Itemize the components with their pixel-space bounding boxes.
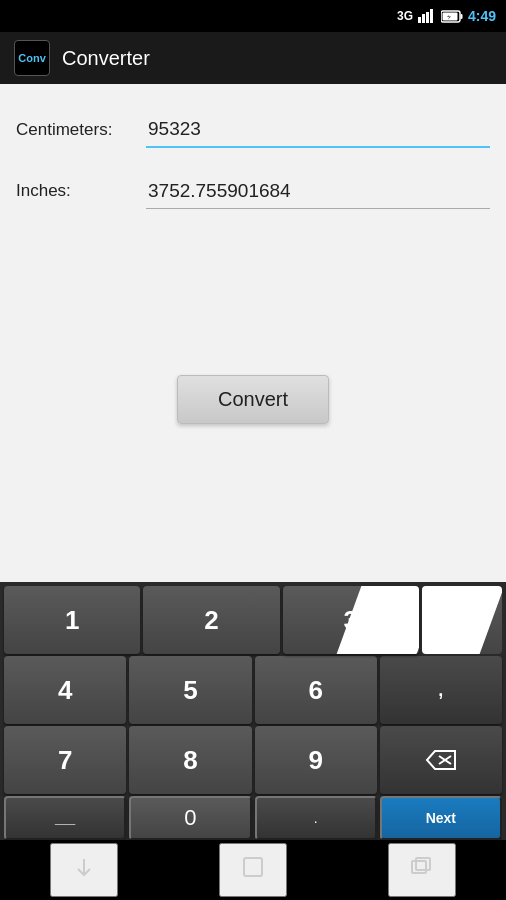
home-icon bbox=[241, 855, 265, 879]
nav-home-button[interactable] bbox=[219, 843, 287, 897]
key-backspace[interactable] bbox=[380, 726, 502, 794]
svg-rect-0 bbox=[418, 17, 421, 23]
centimeters-label: Centimeters: bbox=[16, 120, 146, 148]
back-icon bbox=[72, 855, 96, 879]
nav-back-button[interactable] bbox=[50, 843, 118, 897]
convert-area: Convert bbox=[16, 237, 490, 562]
key-2[interactable]: 2 bbox=[143, 586, 279, 654]
key-space[interactable]: ___ bbox=[4, 796, 126, 840]
key-3[interactable]: 3 bbox=[283, 586, 419, 654]
centimeters-row: Centimeters: bbox=[16, 114, 490, 148]
keyboard-row-4: ___ 0 . Next bbox=[4, 796, 502, 840]
battery-icon bbox=[441, 10, 463, 23]
svg-rect-2 bbox=[426, 12, 429, 23]
svg-rect-11 bbox=[412, 861, 426, 873]
svg-rect-1 bbox=[422, 14, 425, 23]
centimeters-field-wrapper bbox=[146, 114, 490, 148]
backspace-icon bbox=[425, 749, 457, 771]
recent-icon bbox=[410, 855, 434, 879]
svg-rect-5 bbox=[460, 14, 462, 19]
centimeters-input[interactable] bbox=[146, 114, 490, 148]
app-icon: Conv bbox=[14, 40, 50, 76]
svg-rect-10 bbox=[244, 858, 262, 876]
svg-rect-3 bbox=[430, 9, 433, 23]
app-title: Converter bbox=[62, 47, 150, 70]
key-4[interactable]: 4 bbox=[4, 656, 126, 724]
key-7[interactable]: 7 bbox=[4, 726, 126, 794]
key-next[interactable]: Next bbox=[380, 796, 502, 840]
keyboard[interactable]: 1 2 3 4 5 6 , 7 8 9 bbox=[0, 582, 506, 840]
keyboard-row-1: 1 2 3 bbox=[4, 586, 502, 654]
svg-rect-12 bbox=[416, 858, 430, 870]
key-8[interactable]: 8 bbox=[129, 726, 251, 794]
network-indicator: 3G bbox=[397, 9, 413, 23]
key-1[interactable]: 1 bbox=[4, 586, 140, 654]
key-5[interactable]: 5 bbox=[129, 656, 251, 724]
key-9[interactable]: 9 bbox=[255, 726, 377, 794]
clock: 4:49 bbox=[468, 8, 496, 24]
nav-recent-button[interactable] bbox=[388, 843, 456, 897]
key-comma[interactable]: , bbox=[380, 656, 502, 724]
key-dot[interactable]: . bbox=[255, 796, 377, 840]
inches-field-wrapper bbox=[146, 176, 490, 209]
inches-label: Inches: bbox=[16, 181, 146, 209]
main-content: Centimeters: Inches: Convert bbox=[0, 84, 506, 582]
keyboard-row-3: 7 8 9 bbox=[4, 726, 502, 794]
convert-button[interactable]: Convert bbox=[177, 375, 329, 424]
key-6[interactable]: 6 bbox=[255, 656, 377, 724]
nav-bar bbox=[0, 840, 506, 900]
keyboard-row-2: 4 5 6 , bbox=[4, 656, 502, 724]
inches-input[interactable] bbox=[146, 176, 490, 209]
app-bar: Conv Converter bbox=[0, 32, 506, 84]
signal-icon bbox=[418, 9, 436, 23]
inches-row: Inches: bbox=[16, 176, 490, 209]
svg-marker-7 bbox=[427, 751, 455, 769]
status-bar: 3G 4:49 bbox=[0, 0, 506, 32]
key-0[interactable]: 0 bbox=[129, 796, 251, 840]
